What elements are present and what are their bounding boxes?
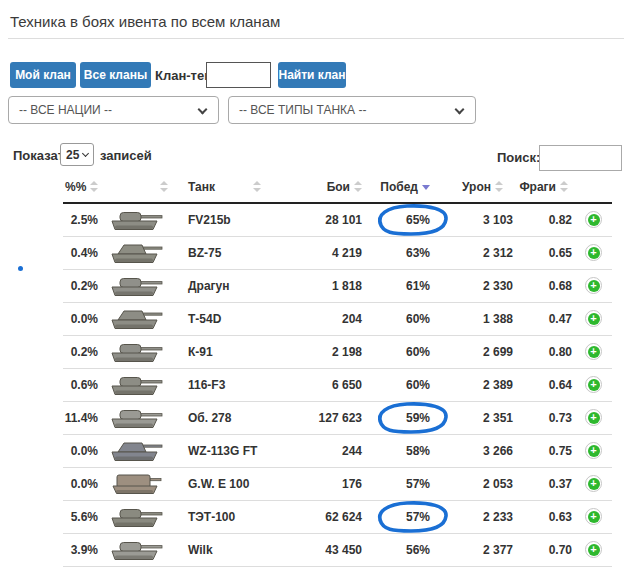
damage-cell: 2 312 [433, 236, 516, 269]
page-size-select[interactable]: 25 [60, 143, 94, 166]
pct-cell: 0.2% [63, 269, 103, 302]
tank-name-cell: Т-54D [168, 302, 300, 335]
plus-circle-icon[interactable]: + [585, 376, 602, 393]
tank-name-cell: ТЭТ-100 [168, 500, 300, 533]
frags-cell: 0.37 [516, 467, 575, 500]
battles-cell: 1 818 [300, 269, 365, 302]
sort-icon[interactable] [253, 181, 261, 192]
plus-circle-icon[interactable]: + [585, 211, 602, 228]
header-add [575, 172, 612, 203]
frags-cell: 0.63 [516, 500, 575, 533]
plus-circle-icon[interactable]: + [585, 409, 602, 426]
tank-image-cell [103, 269, 168, 302]
tank-type-select[interactable]: -- ВСЕ ТИПЫ ТАНКА -- [228, 96, 476, 124]
add-cell: + [575, 269, 612, 302]
damage-cell: 2 053 [433, 467, 516, 500]
sort-icon[interactable] [354, 181, 362, 192]
plus-circle-icon[interactable]: + [585, 244, 602, 261]
frags-cell: 0.82 [516, 203, 575, 236]
table-row: 2.5% FV215b28 10165% 3 1030.82+ [63, 203, 612, 236]
battles-cell: 4 219 [300, 236, 365, 269]
winrate-cell: 63% [365, 236, 433, 269]
plus-circle-icon[interactable]: + [585, 442, 602, 459]
table-row: 0.0% G.W. E 10017657%2 0530.37+ [63, 467, 612, 500]
table-row: 5.6% ТЭТ-10062 62457% 2 2330.63+ [63, 500, 612, 533]
table-row: 3.9% Wilk43 45056%2 3770.70+ [63, 533, 612, 566]
divider [8, 38, 624, 39]
find-clan-button[interactable]: Найти клан [278, 62, 346, 88]
tank-silhouette-icon [108, 405, 164, 431]
my-clan-button[interactable]: Мой клан [10, 62, 76, 88]
damage-cell: 3 266 [433, 434, 516, 467]
add-cell: + [575, 500, 612, 533]
tank-name-cell: G.W. E 100 [168, 467, 300, 500]
winrate-cell: 65% [365, 203, 433, 236]
frags-cell: 0.64 [516, 368, 575, 401]
winrate-cell: 57% [365, 467, 433, 500]
tank-silhouette-icon [108, 207, 164, 233]
header-battles[interactable]: Бои [300, 172, 365, 203]
plus-circle-icon[interactable]: + [585, 310, 602, 327]
add-cell: + [575, 368, 612, 401]
search-label: Поиск: [497, 150, 540, 165]
frags-cell: 0.80 [516, 335, 575, 368]
tank-name-cell: WZ-113G FT [168, 434, 300, 467]
sort-icon[interactable] [495, 181, 503, 192]
battles-cell: 28 101 [300, 203, 365, 236]
frags-cell: 0.47 [516, 302, 575, 335]
pct-cell: 0.0% [63, 467, 103, 500]
add-cell: + [575, 533, 612, 566]
tank-silhouette-icon [108, 306, 164, 332]
damage-cell: 2 389 [433, 368, 516, 401]
plus-circle-icon[interactable]: + [585, 541, 602, 558]
add-cell: + [575, 302, 612, 335]
frags-cell: 0.68 [516, 269, 575, 302]
winrate-cell: 56% [365, 533, 433, 566]
tank-name-cell: Об. 278 [168, 401, 300, 434]
plus-circle-icon[interactable]: + [585, 508, 602, 525]
search-input[interactable] [539, 145, 622, 171]
winrate-cell: 60% [365, 302, 433, 335]
sort-icon[interactable] [90, 181, 98, 192]
clan-tag-label: Клан-тег [155, 68, 210, 83]
tank-stats-table: %% Танк Бои Побед Урон Фраги 2.5% FV215b… [63, 172, 612, 567]
sort-icon[interactable] [160, 181, 168, 192]
sort-icon[interactable] [560, 181, 568, 192]
battles-cell: 176 [300, 467, 365, 500]
winrate-cell: 59% [365, 401, 433, 434]
tank-name-cell: Wilk [168, 533, 300, 566]
header-pct[interactable]: %% [63, 172, 103, 203]
clan-tag-input[interactable] [206, 62, 271, 88]
pct-cell: 0.2% [63, 335, 103, 368]
header-image[interactable] [103, 172, 168, 203]
header-tank[interactable]: Танк [168, 172, 300, 203]
add-cell: + [575, 401, 612, 434]
battles-cell: 2 198 [300, 335, 365, 368]
winrate-cell: 58% [365, 434, 433, 467]
damage-cell: 2 233 [433, 500, 516, 533]
table-header-row: %% Танк Бои Побед Урон Фраги [63, 172, 612, 203]
header-damage[interactable]: Урон [433, 172, 516, 203]
battles-cell: 204 [300, 302, 365, 335]
header-wins[interactable]: Побед [365, 172, 433, 203]
tank-name-cell: FV215b [168, 203, 300, 236]
nation-select[interactable]: -- ВСЕ НАЦИИ -- [8, 96, 219, 124]
plus-circle-icon[interactable]: + [585, 475, 602, 492]
frags-cell: 0.75 [516, 434, 575, 467]
winrate-cell: 60% [365, 368, 433, 401]
table-row: 0.6% 116-F36 65060%2 3890.64+ [63, 368, 612, 401]
plus-circle-icon[interactable]: + [585, 343, 602, 360]
frags-cell: 0.70 [516, 533, 575, 566]
plus-circle-icon[interactable]: + [585, 277, 602, 294]
table-row: 0.4% BZ-754 21963%2 3120.65+ [63, 236, 612, 269]
tank-image-cell [103, 368, 168, 401]
battles-cell: 43 450 [300, 533, 365, 566]
battles-cell: 127 623 [300, 401, 365, 434]
all-clans-button[interactable]: Все кланы [80, 62, 151, 88]
battles-cell: 62 624 [300, 500, 365, 533]
header-frags[interactable]: Фраги [516, 172, 575, 203]
add-cell: + [575, 467, 612, 500]
chevron-down-icon [198, 105, 208, 115]
tank-name-cell: Драгун [168, 269, 300, 302]
nation-select-value: -- ВСЕ НАЦИИ -- [19, 103, 112, 117]
